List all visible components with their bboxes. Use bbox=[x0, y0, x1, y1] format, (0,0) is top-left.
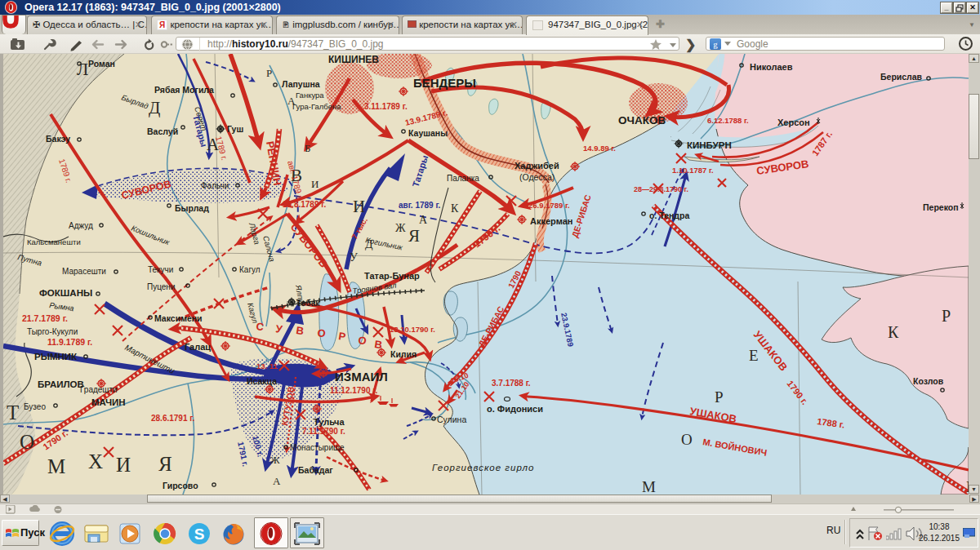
svg-text:Тырго-Кукули: Тырго-Кукули bbox=[27, 327, 78, 336]
svg-text:Пуцени: Пуцени bbox=[147, 282, 175, 291]
svg-text:28.6.1791 г.: 28.6.1791 г. bbox=[151, 414, 194, 423]
svg-text:14.9.89 г.: 14.9.89 г. bbox=[583, 144, 616, 153]
svg-text:Л: Л bbox=[77, 60, 88, 79]
svg-text:Исакца: Исакца bbox=[247, 376, 277, 386]
svg-text:У: У bbox=[350, 251, 358, 264]
svg-text:Д: Д bbox=[365, 238, 373, 251]
svg-text:Паланка: Паланка bbox=[447, 174, 479, 183]
svg-text:БЕНДЕРЫ: БЕНДЕРЫ bbox=[413, 76, 476, 90]
svg-text:Роман: Роман bbox=[88, 59, 115, 69]
svg-text:Бакэу: Бакэу bbox=[46, 134, 70, 144]
svg-text:19.8.1789 г.: 19.8.1789 г. bbox=[283, 200, 326, 209]
svg-text:О: О bbox=[358, 334, 368, 347]
svg-text:Козлов: Козлов bbox=[913, 376, 944, 386]
svg-text:Бырлад: Бырлад bbox=[175, 203, 209, 213]
svg-text:И: И bbox=[353, 197, 365, 216]
svg-text:Я: Я bbox=[408, 226, 420, 246]
svg-text:Е: Е bbox=[749, 347, 759, 364]
svg-text:ОЧАКОВ: ОЧАКОВ bbox=[618, 114, 666, 126]
svg-text:Рябая Могила: Рябая Могила bbox=[154, 85, 214, 95]
svg-text:Гуш: Гуш bbox=[227, 124, 243, 134]
svg-text:О: О bbox=[681, 431, 693, 448]
svg-text:Р: Р bbox=[715, 388, 724, 406]
svg-text:(Одесса): (Одесса) bbox=[519, 172, 555, 182]
svg-text:Херсон: Херсон bbox=[777, 118, 810, 127]
svg-text:Фальчи: Фальчи bbox=[201, 181, 229, 190]
svg-text:И: И bbox=[311, 178, 318, 190]
svg-text:Сулина: Сулина bbox=[437, 415, 466, 424]
svg-text:Б: Б bbox=[305, 142, 310, 154]
svg-text:О: О bbox=[20, 431, 34, 453]
svg-text:Монастырище: Монастырище bbox=[290, 443, 345, 452]
svg-text:МАЧИН: МАЧИН bbox=[91, 397, 126, 407]
svg-text:ИЗМАИЛ: ИЗМАИЛ bbox=[335, 370, 388, 384]
svg-text:Гура-Галбена: Гура-Галбена bbox=[292, 102, 341, 111]
svg-text:К: К bbox=[888, 323, 899, 341]
svg-text:РЫМНИК: РЫМНИК bbox=[34, 352, 78, 361]
svg-text:КИНБУРН: КИНБУРН bbox=[687, 140, 732, 150]
svg-text:18.10.1790 г.: 18.10.1790 г. bbox=[390, 325, 435, 334]
svg-text:Кагул: Кагул bbox=[239, 265, 261, 274]
svg-text:о. Фидониси: о. Фидониси bbox=[487, 404, 543, 414]
svg-text:7.11.1790 г.: 7.11.1790 г. bbox=[302, 427, 345, 436]
svg-text:о. Тендра: о. Тендра bbox=[649, 211, 689, 220]
svg-text:Р: Р bbox=[942, 307, 951, 325]
svg-text:11.12.1790 г.: 11.12.1790 г. bbox=[330, 386, 377, 395]
svg-text:Николаев: Николаев bbox=[750, 62, 793, 72]
svg-text:Галац: Галац bbox=[185, 342, 211, 352]
svg-text:И: И bbox=[116, 454, 131, 476]
svg-text:Аккерман: Аккерман bbox=[530, 216, 572, 226]
svg-text:3.7.1788 г.: 3.7.1788 г. bbox=[492, 379, 531, 388]
svg-text:А: А bbox=[273, 475, 281, 487]
svg-text:3.11.1789 г.: 3.11.1789 г. bbox=[364, 102, 408, 111]
svg-text:28—29.8.1790 г.: 28—29.8.1790 г. bbox=[634, 185, 688, 193]
svg-text:Марасешти: Марасешти bbox=[62, 267, 106, 276]
svg-text:Д: Д bbox=[149, 98, 160, 118]
svg-text:Градешти: Градешти bbox=[80, 385, 118, 394]
svg-text:авг. 1789 г.: авг. 1789 г. bbox=[399, 201, 441, 210]
svg-text:КИШИНЕВ: КИШИНЕВ bbox=[328, 54, 379, 65]
svg-text:М: М bbox=[47, 455, 65, 477]
svg-text:1.10.1787 г.: 1.10.1787 г. bbox=[672, 166, 714, 175]
svg-text:А: А bbox=[419, 214, 428, 226]
svg-text:ФОКШАНЫ: ФОКШАНЫ bbox=[39, 288, 92, 298]
svg-text:Гирсово: Гирсово bbox=[163, 481, 198, 490]
svg-text:6.12.1788 г.: 6.12.1788 г. bbox=[707, 116, 749, 125]
svg-text:Кальсманешти: Кальсманешти bbox=[27, 237, 81, 246]
svg-text:11.9.1789 г.: 11.9.1789 г. bbox=[47, 337, 92, 347]
svg-text:О: О bbox=[317, 326, 327, 339]
svg-text:Я: Я bbox=[158, 453, 172, 475]
svg-text:Текучи: Текучи bbox=[148, 265, 173, 274]
svg-text:Килия: Килия bbox=[390, 349, 416, 359]
svg-text:S: S bbox=[194, 526, 205, 543]
svg-text:Георгиевское гирло: Георгиевское гирло bbox=[432, 463, 534, 472]
svg-text:Хаджибей: Хаджибей bbox=[514, 161, 559, 171]
svg-text:Аджуд: Аджуд bbox=[69, 221, 93, 230]
svg-text:Лапушна: Лапушна bbox=[282, 79, 320, 89]
svg-text:13. 11: 13. 11 bbox=[256, 361, 278, 370]
svg-text:Т: Т bbox=[7, 401, 19, 424]
svg-text:Тульча: Тульча bbox=[314, 417, 345, 427]
svg-text:Ганкура: Ганкура bbox=[296, 91, 324, 100]
svg-text:Берислав: Берислав bbox=[880, 72, 923, 82]
svg-text:26.9.1789 г.: 26.9.1789 г. bbox=[528, 201, 570, 210]
svg-text:Перекоп: Перекоп bbox=[923, 202, 959, 212]
svg-text:Р: Р bbox=[266, 67, 272, 79]
svg-text:К: К bbox=[451, 202, 459, 215]
svg-text:Бузео: Бузео bbox=[24, 402, 46, 411]
svg-text:Ж: Ж bbox=[270, 454, 280, 466]
svg-text:Васлуй: Васлуй bbox=[147, 126, 178, 136]
svg-text:Х: Х bbox=[88, 450, 103, 472]
svg-text:Татар-Бунар: Татар-Бунар bbox=[364, 271, 420, 281]
svg-text:М: М bbox=[642, 478, 656, 495]
svg-text:21.7.1789 г.: 21.7.1789 г. bbox=[22, 313, 68, 323]
svg-text:Каушаны: Каушаны bbox=[408, 128, 448, 138]
svg-text:Бабадаг: Бабадаг bbox=[298, 465, 333, 475]
svg-text:Ж: Ж bbox=[395, 222, 406, 234]
svg-text:А: А bbox=[287, 95, 296, 107]
svg-text:БРАИЛОВ: БРАИЛОВ bbox=[38, 379, 84, 389]
svg-text:Максимени: Максимени bbox=[154, 313, 203, 323]
